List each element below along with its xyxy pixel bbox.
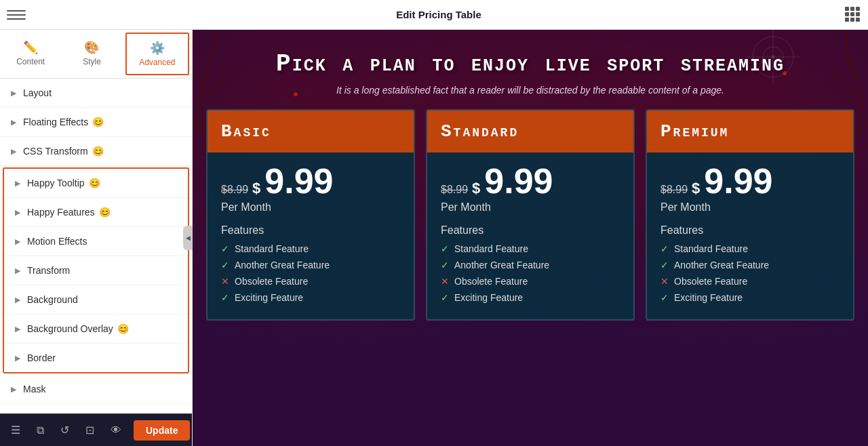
top-bar: Edit Pricing Table xyxy=(0,0,868,30)
card-header-premium: Premium xyxy=(647,110,853,153)
feature-item: ✕ Obsolete Feature xyxy=(441,276,620,287)
background-overlay-emoji: 😊 xyxy=(117,323,129,334)
feature-item: ✓ Another Great Feature xyxy=(441,260,620,270)
feature-text: Exciting Feature xyxy=(454,292,523,303)
arrow-icon: ▶ xyxy=(15,208,20,217)
price-dollar: $ xyxy=(252,180,260,197)
price-old: $8.99 xyxy=(660,184,688,196)
pricing-subtitle: It is a long established fact that a rea… xyxy=(206,85,854,96)
price-old: $8.99 xyxy=(221,184,248,196)
arrow-icon: ▶ xyxy=(15,266,20,275)
feature-text: Another Great Feature xyxy=(674,260,769,270)
price-new: 9.99 xyxy=(704,163,772,199)
pricing-card-basic: Basic $8.99 $ 9.99 Per Month Features ✓ … xyxy=(206,109,415,321)
scroll-indicator[interactable]: ◀ xyxy=(183,226,193,250)
sidebar-item-floating-effects[interactable]: ▶ Floating Effects 😊 xyxy=(0,108,192,137)
sidebar-item-layout[interactable]: ▶ Layout xyxy=(0,79,192,108)
update-button[interactable]: Update xyxy=(134,420,190,441)
feature-item: ✓ Exciting Feature xyxy=(660,292,840,303)
tab-content[interactable]: ✏️ Content xyxy=(0,30,61,78)
feature-text: Exciting Feature xyxy=(235,292,303,303)
feature-item: ✓ Another Great Feature xyxy=(660,260,840,270)
hamburger-tool-icon[interactable]: ☰ xyxy=(7,420,24,441)
tab-bar: ✏️ Content 🎨 Style ⚙️ Advanced xyxy=(0,30,192,79)
arrow-icon: ▶ xyxy=(11,385,16,394)
x-icon: ✕ xyxy=(660,276,669,287)
check-icon: ✓ xyxy=(221,243,229,254)
sidebar-item-transform[interactable]: ▶ Transform xyxy=(4,256,188,285)
css-transform-emoji: 😊 xyxy=(92,146,104,157)
arrow-icon: ▶ xyxy=(11,89,16,98)
check-icon: ✓ xyxy=(221,260,229,270)
feature-text: Standard Feature xyxy=(454,243,528,254)
per-month: Per Month xyxy=(441,201,620,214)
arrow-icon: ▶ xyxy=(15,296,20,304)
price-row: $8.99 $ 9.99 xyxy=(221,163,400,199)
feature-item: ✕ Obsolete Feature xyxy=(221,276,400,287)
content-area: Pick a plan to enjoy live sport streamin… xyxy=(193,30,868,446)
style-icon: 🎨 xyxy=(84,40,99,55)
sidebar-item-border[interactable]: ▶ Border xyxy=(4,344,188,372)
sidebar-item-background-overlay[interactable]: ▶ Background Overlay 😊 xyxy=(4,315,188,344)
features-label: Features xyxy=(660,224,840,237)
feature-item: ✕ Obsolete Feature xyxy=(660,276,840,287)
card-header-standard: Standard xyxy=(427,110,633,153)
happy-tooltip-emoji: 😊 xyxy=(89,178,100,188)
sidebar-item-happy-tooltip[interactable]: ▶ Happy Tooltip 😊 xyxy=(4,169,188,198)
card-title-standard: Standard xyxy=(441,121,620,142)
feature-item: ✓ Another Great Feature xyxy=(221,260,400,270)
price-old: $8.99 xyxy=(441,184,468,196)
feature-text: Obsolete Feature xyxy=(235,276,308,287)
page-title: Edit Pricing Table xyxy=(33,9,845,20)
price-dollar: $ xyxy=(692,180,700,197)
sidebar: ✏️ Content 🎨 Style ⚙️ Advanced ▶ Layout … xyxy=(0,30,193,446)
history-tool-icon[interactable]: ↺ xyxy=(56,420,73,441)
card-body-basic: $8.99 $ 9.99 Per Month Features ✓ Standa… xyxy=(208,153,414,319)
hamburger-menu-icon[interactable] xyxy=(7,5,26,24)
layers-tool-icon[interactable]: ⧉ xyxy=(33,420,48,441)
x-icon: ✕ xyxy=(221,276,229,287)
happy-features-emoji: 😊 xyxy=(99,207,111,218)
card-title-premium: Premium xyxy=(660,121,840,142)
sidebar-item-css-transform[interactable]: ▶ CSS Transform 😊 xyxy=(0,137,192,166)
per-month: Per Month xyxy=(660,201,840,214)
tab-advanced[interactable]: ⚙️ Advanced xyxy=(125,33,189,75)
arrow-icon: ▶ xyxy=(15,354,20,363)
card-body-premium: $8.99 $ 9.99 Per Month Features ✓ Standa… xyxy=(647,153,853,319)
feature-item: ✓ Exciting Feature xyxy=(441,292,620,303)
sidebar-menu: ▶ Layout ▶ Floating Effects 😊 ▶ CSS Tran… xyxy=(0,79,192,413)
sidebar-item-mask[interactable]: ▶ Mask xyxy=(0,375,192,404)
feature-text: Obsolete Feature xyxy=(674,276,747,287)
eye-tool-icon[interactable]: 👁 xyxy=(106,420,125,441)
check-icon: ✓ xyxy=(660,292,669,303)
price-row: $8.99 $ 9.99 xyxy=(660,163,840,199)
price-row: $8.99 $ 9.99 xyxy=(441,163,620,199)
card-body-standard: $8.99 $ 9.99 Per Month Features ✓ Standa… xyxy=(427,153,633,319)
feature-item: ✓ Standard Feature xyxy=(660,243,840,254)
arrow-icon: ▶ xyxy=(15,325,20,333)
feature-item: ✓ Exciting Feature xyxy=(221,292,400,303)
card-header-basic: Basic xyxy=(208,110,414,153)
sidebar-item-background[interactable]: ▶ Background xyxy=(4,285,188,315)
advanced-icon: ⚙️ xyxy=(150,41,165,56)
pricing-card-premium: Premium $8.99 $ 9.99 Per Month Features … xyxy=(646,109,854,321)
arrow-icon: ▶ xyxy=(15,179,20,188)
pricing-header: Pick a plan to enjoy live sport streamin… xyxy=(193,30,868,109)
price-new: 9.99 xyxy=(264,163,333,199)
arrow-icon: ▶ xyxy=(11,118,16,127)
content-icon: ✏️ xyxy=(23,40,38,55)
feature-item: ✓ Standard Feature xyxy=(221,243,400,254)
feature-text: Standard Feature xyxy=(674,243,748,254)
tab-style[interactable]: 🎨 Style xyxy=(61,30,122,78)
grid-icon[interactable] xyxy=(845,7,861,23)
price-dollar: $ xyxy=(472,180,480,197)
check-icon: ✓ xyxy=(660,243,669,254)
bottom-toolbar: ☰ ⧉ ↺ ⊡ 👁 Update ▲ xyxy=(0,413,192,446)
feature-text: Standard Feature xyxy=(235,243,309,254)
check-icon: ✓ xyxy=(660,260,669,270)
feature-text: Another Great Feature xyxy=(454,260,549,270)
sidebar-item-motion-effects[interactable]: ▶ Motion Effects xyxy=(4,227,188,256)
responsive-tool-icon[interactable]: ⊡ xyxy=(81,420,98,441)
price-new: 9.99 xyxy=(484,163,553,199)
sidebar-item-happy-features[interactable]: ▶ Happy Features 😊 xyxy=(4,198,188,227)
